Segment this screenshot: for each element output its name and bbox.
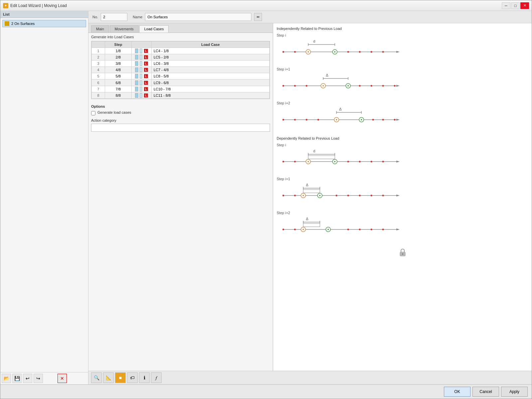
row-number: 8 — [92, 92, 105, 98]
generate-checkbox-row: Generate load cases — [91, 110, 270, 116]
lc-color-cell: L — [132, 79, 152, 86]
step-value: 4/8 — [105, 67, 132, 73]
svg-point-98 — [359, 229, 361, 230]
row-number: 6 — [92, 79, 105, 86]
left-panel: List 2 On Surfaces 📂 💾 ↩ ↪ ✕ — [0, 11, 88, 384]
svg-point-78 — [336, 195, 337, 197]
redo-button[interactable]: ↪ — [34, 374, 43, 383]
svg-text:d: d — [313, 149, 315, 153]
list-item-icon — [5, 21, 9, 26]
list-item[interactable]: 2 On Surfaces — [2, 20, 86, 27]
info-tool-button[interactable]: ℹ — [139, 372, 150, 383]
load-cases-table: Step Load Case 1 1/8 L LC4 - 1/ — [91, 41, 270, 99]
svg-point-106 — [402, 253, 403, 255]
svg-point-10 — [359, 51, 361, 53]
step-value: 1/8 — [105, 48, 132, 54]
title-bar: ✦ Edit Load Wizard | Moving Load ─ □ ✕ — [0, 0, 532, 11]
table-row: 3 3/8 L LC6 - 3/8 — [92, 61, 270, 67]
svg-point-104 — [328, 229, 329, 230]
lc-name: LC11 - 8/8 — [152, 92, 270, 98]
no-input[interactable] — [101, 13, 127, 21]
step-i-dep-label: Step i — [277, 143, 528, 147]
row-number: 2 — [92, 54, 105, 61]
bottom-toolbar: 🔍 📐 ■ 🏷 ℹ 𝑓 — [88, 371, 532, 384]
tab-load-cases[interactable]: Load Cases — [139, 25, 169, 33]
lc-name: LC10 - 7/8 — [152, 86, 270, 92]
svg-marker-22 — [396, 85, 400, 87]
measure-tool-button[interactable]: 📐 — [103, 372, 114, 383]
step-i-independent: Step i d — [277, 33, 528, 62]
row-number: 4 — [92, 67, 105, 73]
table-row: 6 6/8 L LC9 - 6/8 — [92, 79, 270, 86]
svg-marker-75 — [396, 195, 400, 197]
action-category-label: Action category — [91, 118, 270, 122]
undo-button[interactable]: ↩ — [23, 374, 32, 383]
maximize-button[interactable]: □ — [511, 2, 520, 9]
square-tool-button[interactable]: ■ — [115, 372, 126, 383]
close-button[interactable]: ✕ — [520, 2, 529, 9]
lock-icon — [398, 247, 408, 257]
generate-load-cases-checkbox[interactable] — [91, 111, 95, 115]
action-category-input[interactable] — [91, 124, 270, 132]
svg-point-86 — [319, 195, 321, 196]
list-items: 2 On Surfaces — [0, 18, 88, 29]
svg-point-63 — [371, 161, 372, 163]
generate-section-header: Generate into Load Cases — [88, 33, 273, 41]
svg-point-64 — [382, 161, 384, 163]
table-row: 7 7/8 L LC10 - 7/8 — [92, 86, 270, 92]
independently-group: Independently Related to Previous Load S… — [277, 27, 528, 130]
svg-point-84 — [303, 195, 304, 196]
svg-point-46 — [394, 119, 396, 121]
name-input[interactable] — [145, 13, 251, 21]
svg-point-16 — [334, 51, 335, 53]
tag-tool-button[interactable]: 🏷 — [127, 372, 138, 383]
lc-color-cell: L — [132, 67, 152, 73]
function-tool-button[interactable]: 𝑓 — [151, 372, 162, 383]
tab-bar: Main Movements Load Cases — [88, 23, 273, 33]
svg-point-26 — [359, 85, 361, 87]
open-folder-button[interactable]: 📂 — [2, 374, 11, 383]
row-number: 3 — [92, 61, 105, 67]
dependently-group: Dependently Related to Previous Load Ste… — [277, 136, 528, 260]
svg-point-9 — [347, 51, 349, 53]
diagram-panel: Independently Related to Previous Load S… — [273, 23, 532, 371]
delete-button[interactable]: ✕ — [58, 374, 67, 383]
svg-marker-93 — [396, 228, 400, 230]
list-item-label: 2 On Surfaces — [11, 22, 35, 26]
svg-rect-55 — [308, 156, 335, 159]
lc-name: LC4 - 1/8 — [152, 48, 270, 54]
ok-button[interactable]: OK — [444, 387, 470, 397]
svg-point-79 — [347, 195, 349, 197]
svg-point-44 — [372, 119, 374, 121]
svg-rect-73 — [303, 190, 320, 193]
minimize-button[interactable]: ─ — [502, 2, 510, 9]
svg-text:d: d — [313, 39, 315, 43]
apply-button[interactable]: Apply — [501, 387, 528, 397]
step-i-dependent: Step i d — [277, 143, 528, 172]
tab-movements[interactable]: Movements — [110, 25, 139, 33]
step-value: 8/8 — [105, 92, 132, 98]
tab-main[interactable]: Main — [91, 25, 109, 33]
svg-point-12 — [382, 51, 384, 53]
name-edit-button[interactable]: ✏ — [254, 13, 262, 21]
svg-point-6 — [283, 51, 284, 53]
lock-icon-area — [277, 245, 528, 260]
step-i2-dependent: Step i+2 Δ — [277, 211, 528, 239]
lc-name: LC8 - 5/8 — [152, 73, 270, 79]
lc-color-cell: L — [132, 54, 152, 61]
table-row: 5 5/8 L LC8 - 5/8 — [92, 73, 270, 79]
step-i-label: Step i — [277, 33, 528, 37]
step-i2-independent: Step i+2 Δ — [277, 101, 528, 130]
search-tool-button[interactable]: 🔍 — [91, 372, 102, 383]
lc-name: LC7 - 4/8 — [152, 67, 270, 73]
cancel-button[interactable]: Cancel — [472, 387, 499, 397]
svg-point-29 — [394, 85, 396, 87]
tab-content: Generate into Load Cases Step Load Case — [88, 33, 273, 371]
col-load-case-header: Load Case — [152, 42, 270, 48]
col-color-header — [132, 42, 152, 48]
step-i1-dep-label: Step i+1 — [277, 177, 528, 181]
svg-point-40 — [283, 119, 284, 121]
save-button[interactable]: 💾 — [12, 374, 22, 383]
name-field: Name ✏ — [133, 13, 262, 21]
step-value: 7/8 — [105, 86, 132, 92]
